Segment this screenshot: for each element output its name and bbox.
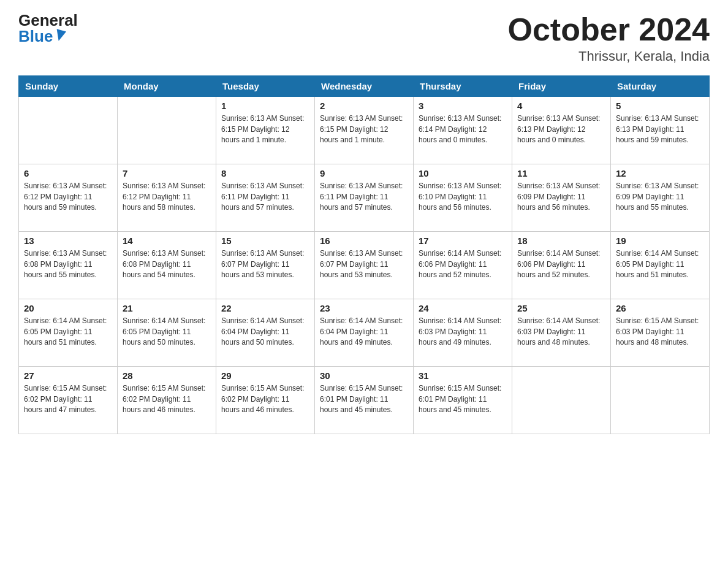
day-number: 8 (221, 168, 309, 178)
day-cell: 5Sunrise: 6:13 AM Sunset: 6:13 PM Daylig… (611, 97, 710, 164)
day-cell: 20Sunrise: 6:14 AM Sunset: 6:05 PM Dayli… (19, 299, 118, 367)
day-cell: 8Sunrise: 6:13 AM Sunset: 6:11 PM Daylig… (216, 164, 315, 232)
day-info: Sunrise: 6:15 AM Sunset: 6:01 PM Dayligh… (320, 383, 408, 415)
day-cell: 19Sunrise: 6:14 AM Sunset: 6:05 PM Dayli… (611, 232, 710, 299)
logo-blue: Blue (18, 28, 53, 44)
day-number: 5 (616, 101, 704, 111)
day-number: 28 (123, 370, 211, 381)
day-info: Sunrise: 6:15 AM Sunset: 6:01 PM Dayligh… (419, 383, 507, 415)
weekday-header-sunday: Sunday (19, 76, 118, 97)
day-info: Sunrise: 6:14 AM Sunset: 6:06 PM Dayligh… (419, 248, 507, 280)
day-cell: 27Sunrise: 6:15 AM Sunset: 6:02 PM Dayli… (19, 367, 118, 434)
day-number: 30 (320, 370, 408, 381)
day-cell: 29Sunrise: 6:15 AM Sunset: 6:02 PM Dayli… (216, 367, 315, 434)
day-cell: 26Sunrise: 6:15 AM Sunset: 6:03 PM Dayli… (611, 299, 710, 367)
weekday-header-thursday: Thursday (414, 76, 512, 97)
week-row-4: 20Sunrise: 6:14 AM Sunset: 6:05 PM Dayli… (19, 299, 710, 367)
day-cell: 4Sunrise: 6:13 AM Sunset: 6:13 PM Daylig… (512, 97, 611, 164)
day-info: Sunrise: 6:13 AM Sunset: 6:08 PM Dayligh… (123, 248, 211, 280)
logo-general: General (18, 12, 78, 28)
day-number: 16 (320, 236, 408, 246)
day-number: 13 (24, 236, 112, 246)
day-info: Sunrise: 6:14 AM Sunset: 6:04 PM Dayligh… (320, 316, 408, 348)
day-info: Sunrise: 6:13 AM Sunset: 6:11 PM Dayligh… (221, 181, 309, 213)
day-info: Sunrise: 6:13 AM Sunset: 6:15 PM Dayligh… (221, 113, 309, 145)
day-number: 27 (24, 370, 112, 381)
day-cell: 25Sunrise: 6:14 AM Sunset: 6:03 PM Dayli… (512, 299, 611, 367)
day-cell: 17Sunrise: 6:14 AM Sunset: 6:06 PM Dayli… (414, 232, 512, 299)
day-info: Sunrise: 6:15 AM Sunset: 6:02 PM Dayligh… (123, 383, 211, 415)
day-info: Sunrise: 6:13 AM Sunset: 6:12 PM Dayligh… (123, 181, 211, 213)
day-cell: 10Sunrise: 6:13 AM Sunset: 6:10 PM Dayli… (414, 164, 512, 232)
day-number: 22 (221, 303, 309, 313)
day-number: 7 (123, 168, 211, 178)
day-info: Sunrise: 6:13 AM Sunset: 6:07 PM Dayligh… (320, 248, 408, 280)
day-cell: 23Sunrise: 6:14 AM Sunset: 6:04 PM Dayli… (315, 299, 414, 367)
month-title: October 2024 (508, 12, 710, 47)
day-info: Sunrise: 6:15 AM Sunset: 6:02 PM Dayligh… (24, 383, 112, 415)
day-cell (611, 367, 710, 434)
day-info: Sunrise: 6:15 AM Sunset: 6:02 PM Dayligh… (221, 383, 309, 415)
day-cell: 16Sunrise: 6:13 AM Sunset: 6:07 PM Dayli… (315, 232, 414, 299)
day-cell: 6Sunrise: 6:13 AM Sunset: 6:12 PM Daylig… (19, 164, 118, 232)
day-info: Sunrise: 6:14 AM Sunset: 6:05 PM Dayligh… (24, 316, 112, 348)
day-cell: 21Sunrise: 6:14 AM Sunset: 6:05 PM Dayli… (118, 299, 216, 367)
day-cell (19, 97, 118, 164)
day-info: Sunrise: 6:14 AM Sunset: 6:03 PM Dayligh… (419, 316, 507, 348)
day-cell (118, 97, 216, 164)
day-cell (512, 367, 611, 434)
day-number: 26 (616, 303, 704, 313)
day-number: 3 (419, 101, 507, 111)
day-number: 15 (221, 236, 309, 246)
day-number: 25 (517, 303, 605, 313)
day-number: 19 (616, 236, 704, 246)
day-info: Sunrise: 6:13 AM Sunset: 6:12 PM Dayligh… (24, 181, 112, 213)
title-section: October 2024 Thrissur, Kerala, India (508, 12, 710, 64)
day-number: 18 (517, 236, 605, 246)
day-info: Sunrise: 6:14 AM Sunset: 6:05 PM Dayligh… (616, 248, 704, 280)
weekday-header-friday: Friday (512, 76, 611, 97)
day-info: Sunrise: 6:13 AM Sunset: 6:10 PM Dayligh… (419, 181, 507, 213)
day-number: 23 (320, 303, 408, 313)
day-info: Sunrise: 6:13 AM Sunset: 6:07 PM Dayligh… (221, 248, 309, 280)
day-number: 12 (616, 168, 704, 178)
day-number: 21 (123, 303, 211, 313)
day-cell: 28Sunrise: 6:15 AM Sunset: 6:02 PM Dayli… (118, 367, 216, 434)
day-cell: 18Sunrise: 6:14 AM Sunset: 6:06 PM Dayli… (512, 232, 611, 299)
weekday-header-monday: Monday (118, 76, 216, 97)
location-title: Thrissur, Kerala, India (508, 48, 710, 64)
day-number: 20 (24, 303, 112, 313)
day-number: 10 (419, 168, 507, 178)
day-cell: 12Sunrise: 6:13 AM Sunset: 6:09 PM Dayli… (611, 164, 710, 232)
day-cell: 3Sunrise: 6:13 AM Sunset: 6:14 PM Daylig… (414, 97, 512, 164)
day-info: Sunrise: 6:14 AM Sunset: 6:03 PM Dayligh… (517, 316, 605, 348)
day-cell: 14Sunrise: 6:13 AM Sunset: 6:08 PM Dayli… (118, 232, 216, 299)
day-info: Sunrise: 6:13 AM Sunset: 6:14 PM Dayligh… (419, 113, 507, 145)
day-cell: 11Sunrise: 6:13 AM Sunset: 6:09 PM Dayli… (512, 164, 611, 232)
day-cell: 9Sunrise: 6:13 AM Sunset: 6:11 PM Daylig… (315, 164, 414, 232)
logo-triangle-icon (54, 29, 66, 42)
week-row-2: 6Sunrise: 6:13 AM Sunset: 6:12 PM Daylig… (19, 164, 710, 232)
day-info: Sunrise: 6:13 AM Sunset: 6:13 PM Dayligh… (616, 113, 704, 145)
day-number: 9 (320, 168, 408, 178)
week-row-3: 13Sunrise: 6:13 AM Sunset: 6:08 PM Dayli… (19, 232, 710, 299)
day-number: 17 (419, 236, 507, 246)
day-info: Sunrise: 6:14 AM Sunset: 6:04 PM Dayligh… (221, 316, 309, 348)
day-number: 4 (517, 101, 605, 111)
day-info: Sunrise: 6:14 AM Sunset: 6:06 PM Dayligh… (517, 248, 605, 280)
day-cell: 2Sunrise: 6:13 AM Sunset: 6:15 PM Daylig… (315, 97, 414, 164)
week-row-5: 27Sunrise: 6:15 AM Sunset: 6:02 PM Dayli… (19, 367, 710, 434)
day-number: 11 (517, 168, 605, 178)
page-header: General Blue October 2024 Thrissur, Kera… (18, 12, 710, 64)
day-number: 14 (123, 236, 211, 246)
day-info: Sunrise: 6:13 AM Sunset: 6:09 PM Dayligh… (517, 181, 605, 213)
day-number: 24 (419, 303, 507, 313)
day-number: 31 (419, 370, 507, 381)
day-info: Sunrise: 6:13 AM Sunset: 6:15 PM Dayligh… (320, 113, 408, 145)
day-number: 6 (24, 168, 112, 178)
day-number: 1 (221, 101, 309, 111)
day-cell: 13Sunrise: 6:13 AM Sunset: 6:08 PM Dayli… (19, 232, 118, 299)
day-cell: 7Sunrise: 6:13 AM Sunset: 6:12 PM Daylig… (118, 164, 216, 232)
day-cell: 24Sunrise: 6:14 AM Sunset: 6:03 PM Dayli… (414, 299, 512, 367)
day-cell: 30Sunrise: 6:15 AM Sunset: 6:01 PM Dayli… (315, 367, 414, 434)
